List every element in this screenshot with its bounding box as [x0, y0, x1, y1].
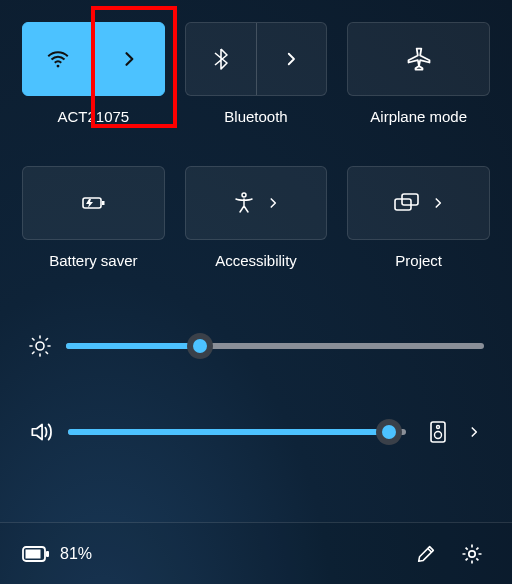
brightness-thumb[interactable] [187, 333, 213, 359]
svg-line-12 [46, 352, 48, 354]
airplane-icon [405, 45, 433, 73]
project-tile-wrap: Project [347, 166, 490, 288]
svg-point-16 [437, 426, 440, 429]
volume-row [28, 414, 484, 450]
accessibility-tile[interactable] [185, 166, 328, 240]
wifi-tile-wrap: ACT21075 [22, 22, 165, 144]
chevron-right-icon [119, 49, 139, 69]
sliders-area [22, 334, 490, 450]
bluetooth-expand[interactable] [256, 23, 327, 95]
battery-saver-icon [78, 191, 108, 215]
svg-rect-19 [26, 549, 41, 558]
svg-line-14 [46, 339, 48, 341]
airplane-tile-wrap: Airplane mode [347, 22, 490, 144]
quick-settings-panel: ACT21075 Bluetooth [0, 0, 512, 450]
battery-saver-label: Battery saver [49, 252, 137, 288]
battery-percent: 81% [60, 545, 92, 563]
svg-line-13 [33, 352, 35, 354]
accessibility-icon [232, 191, 256, 215]
battery-icon [22, 545, 50, 563]
svg-point-6 [36, 342, 44, 350]
volume-side [420, 414, 484, 450]
airplane-tile[interactable] [347, 22, 490, 96]
brightness-fill [66, 343, 200, 349]
brightness-icon [28, 334, 52, 358]
audio-output-button[interactable] [420, 414, 456, 450]
svg-rect-20 [46, 551, 49, 557]
chevron-right-icon [431, 196, 445, 210]
volume-slider[interactable] [68, 429, 406, 435]
volume-icon [28, 419, 54, 445]
project-icon [393, 192, 421, 214]
svg-line-11 [33, 339, 35, 341]
gear-icon [460, 542, 484, 566]
wifi-icon [45, 46, 71, 72]
settings-button[interactable] [454, 536, 490, 572]
volume-thumb[interactable] [376, 419, 402, 445]
svg-point-22 [469, 550, 475, 556]
chevron-right-icon [282, 50, 300, 68]
bluetooth-icon [209, 47, 233, 71]
svg-point-17 [435, 432, 442, 439]
edit-button[interactable] [408, 536, 444, 572]
airplane-label: Airplane mode [370, 108, 467, 144]
chevron-right-icon [467, 425, 481, 439]
volume-fill [68, 429, 389, 435]
battery-saver-tile-wrap: Battery saver [22, 166, 165, 288]
bluetooth-tile[interactable] [185, 22, 328, 96]
bluetooth-tile-wrap: Bluetooth [185, 22, 328, 144]
brightness-row [28, 334, 484, 358]
pencil-icon [415, 543, 437, 565]
project-label: Project [395, 252, 442, 288]
wifi-expand[interactable] [93, 23, 164, 95]
speaker-device-icon [428, 420, 448, 444]
accessibility-tile-wrap: Accessibility [185, 166, 328, 288]
footer-bar: 81% [0, 522, 512, 584]
wifi-toggle[interactable] [23, 23, 93, 95]
bluetooth-toggle[interactable] [186, 23, 256, 95]
accessibility-label: Accessibility [215, 252, 297, 288]
tiles-grid: ACT21075 Bluetooth [22, 22, 490, 288]
battery-saver-tile[interactable] [22, 166, 165, 240]
svg-point-0 [56, 65, 59, 68]
project-tile[interactable] [347, 166, 490, 240]
volume-expand[interactable] [464, 414, 484, 450]
brightness-slider[interactable] [66, 343, 484, 349]
wifi-label: ACT21075 [57, 108, 129, 144]
chevron-right-icon [266, 196, 280, 210]
bluetooth-label: Bluetooth [224, 108, 287, 144]
svg-rect-2 [102, 201, 105, 205]
svg-point-3 [242, 193, 246, 197]
wifi-tile[interactable] [22, 22, 165, 96]
